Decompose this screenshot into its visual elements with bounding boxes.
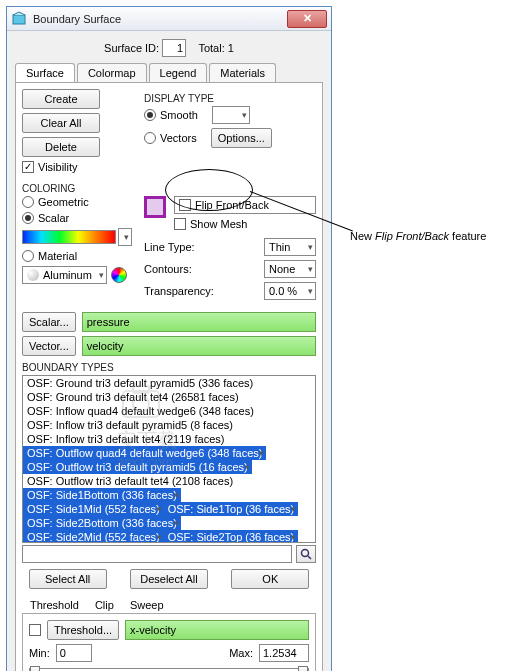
list-item[interactable]: OSF: Inflow tri3 default tet4 (2119 face… (23, 432, 315, 446)
titlebar[interactable]: Boundary Surface ✕ (7, 7, 331, 31)
surface-id-row: Surface ID: 1 Total: 1 (7, 31, 331, 63)
surface-id-input[interactable]: 1 (162, 39, 186, 57)
list-item[interactable]: OSF: Side1Bottom (336 faces) (23, 488, 181, 502)
geometric-radio[interactable] (22, 196, 34, 208)
threshold-tabs: Threshold Clip Sweep (22, 597, 316, 614)
ok-button[interactable]: OK (231, 569, 309, 589)
list-item[interactable]: OSF: Side1Top (36 faces) (164, 502, 299, 516)
geometric-color-swatch[interactable] (144, 196, 166, 218)
visibility-checkbox[interactable] (22, 161, 34, 173)
max-input[interactable]: 1.2534 (259, 644, 309, 662)
display-type-group: DISPLAY TYPE (144, 93, 316, 104)
transparency-label: Transparency: (144, 285, 214, 297)
list-item[interactable]: OSF: Side1Mid (552 faces) (23, 502, 164, 516)
list-item[interactable]: OSF: Ground tri3 default pyramid5 (336 f… (23, 376, 315, 390)
list-item[interactable]: OSF: Inflow tri3 default pyramid5 (8 fac… (23, 418, 315, 432)
vectors-label: Vectors (160, 132, 197, 144)
geometric-label: Geometric (38, 196, 89, 208)
list-item[interactable]: OSF: Outflow tri3 default pyramid5 (16 f… (23, 460, 252, 474)
scalar-field[interactable]: pressure (82, 312, 316, 332)
list-item[interactable]: OSF: Ground tri3 default tet4 (26581 fac… (23, 390, 315, 404)
material-icon (27, 269, 39, 281)
contours-label: Contours: (144, 263, 192, 275)
min-label: Min: (29, 647, 50, 659)
smooth-label: Smooth (160, 109, 198, 121)
material-value: Aluminum (43, 269, 92, 281)
vector-button[interactable]: Vector... (22, 336, 76, 356)
annotation-text: New Flip Front/Back feature (350, 228, 486, 243)
select-all-button[interactable]: Select All (29, 569, 107, 589)
delete-button[interactable]: Delete (22, 137, 100, 157)
list-item[interactable]: OSF: Side2Top (36 faces) (164, 530, 299, 543)
list-item[interactable]: OSF: Outflow quad4 default wedge6 (348 f… (23, 446, 266, 460)
material-label: Material (38, 250, 77, 262)
tab-threshold[interactable]: Threshold (22, 597, 87, 613)
smooth-radio[interactable] (144, 109, 156, 121)
contours-select[interactable]: None (264, 260, 316, 278)
options-button[interactable]: Options... (211, 128, 272, 148)
transparency-select[interactable]: 0.0 % (264, 282, 316, 300)
slider-min-thumb[interactable] (30, 666, 40, 671)
tab-surface[interactable]: Surface (15, 63, 75, 82)
surface-panel: Create Clear All Delete Visibility DISPL… (15, 83, 323, 671)
close-window-button[interactable]: ✕ (287, 10, 327, 28)
boundary-types-list[interactable]: OSF: Ground tri3 default pyramid5 (336 f… (22, 375, 316, 543)
max-label: Max: (229, 647, 253, 659)
color-spectrum[interactable] (22, 230, 116, 244)
total-label: Total: (198, 42, 224, 54)
line-type-label: Line Type: (144, 241, 195, 253)
app-icon (11, 11, 27, 27)
min-input[interactable]: 0 (56, 644, 92, 662)
search-icon (300, 548, 312, 560)
tab-colormap[interactable]: Colormap (77, 63, 147, 82)
list-item[interactable]: OSF: Side2Mid (552 faces) (23, 530, 164, 543)
vectors-radio[interactable] (144, 132, 156, 144)
slider-max-thumb[interactable] (298, 666, 308, 671)
clear-all-button[interactable]: Clear All (22, 113, 100, 133)
line-type-select[interactable]: Thin (264, 238, 316, 256)
filter-input[interactable] (22, 545, 292, 563)
surface-id-label: Surface ID: (104, 42, 159, 54)
threshold-field[interactable]: x-velocity (125, 620, 309, 640)
show-mesh-checkbox[interactable] (174, 218, 186, 230)
list-item[interactable]: OSF: Outflow tri3 default tet4 (2108 fac… (23, 474, 315, 488)
smooth-select[interactable] (212, 106, 250, 124)
tab-materials[interactable]: Materials (209, 63, 276, 82)
material-select[interactable]: Aluminum (22, 266, 107, 284)
color-wheel-icon[interactable] (111, 267, 127, 283)
create-button[interactable]: Create (22, 89, 100, 109)
scalar-button[interactable]: Scalar... (22, 312, 76, 332)
vector-field[interactable]: velocity (82, 336, 316, 356)
boundary-types-group: BOUNDARY TYPES (22, 362, 316, 373)
threshold-button[interactable]: Threshold... (47, 620, 119, 640)
material-radio[interactable] (22, 250, 34, 262)
scalar-radio[interactable] (22, 212, 34, 224)
window-title: Boundary Surface (33, 13, 287, 25)
threshold-panel: Threshold... x-velocity Min: 0 Max: 1.25… (22, 614, 316, 671)
svg-line-2 (308, 556, 311, 559)
show-mesh-label: Show Mesh (190, 218, 247, 230)
scalar-label: Scalar (38, 212, 69, 224)
main-tabs: Surface Colormap Legend Materials (15, 63, 323, 83)
total-value: 1 (228, 42, 234, 54)
tab-sweep[interactable]: Sweep (122, 597, 172, 613)
callout-ellipse (165, 169, 253, 211)
list-item[interactable]: OSF: Inflow quad4 default wedge6 (348 fa… (23, 404, 315, 418)
tab-clip[interactable]: Clip (87, 597, 122, 613)
svg-rect-0 (13, 15, 25, 24)
threshold-enable-checkbox[interactable] (29, 624, 41, 636)
svg-point-1 (302, 550, 309, 557)
visibility-label: Visibility (38, 161, 78, 173)
list-item[interactable]: OSF: Side2Bottom (336 faces) (23, 516, 181, 530)
search-button[interactable] (296, 545, 316, 563)
boundary-surface-dialog: Boundary Surface ✕ Surface ID: 1 Total: … (6, 6, 332, 671)
spectrum-select[interactable] (118, 228, 132, 246)
tab-legend[interactable]: Legend (149, 63, 208, 82)
deselect-all-button[interactable]: Deselect All (130, 569, 208, 589)
